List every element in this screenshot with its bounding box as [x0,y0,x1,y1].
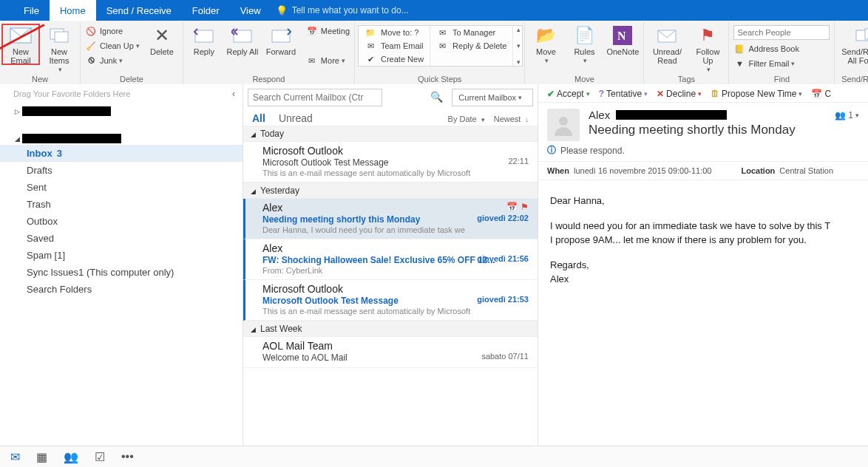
folder-inbox[interactable]: Inbox3 [0,145,243,162]
tab-send-receive[interactable]: Send / Receive [96,0,182,21]
tab-view[interactable]: View [230,0,271,21]
folder-search-folders[interactable]: Search Folders [0,281,243,298]
qs-up-icon[interactable]: ▴ [517,26,521,33]
when-field: Whenlunedì 16 novembre 2015 09:00-11:00 [547,166,712,175]
qs-move-to[interactable]: 📁Move to: ? [365,26,424,39]
account-2[interactable]: ◢ user2@example.one [0,129,243,145]
search-people-input[interactable] [733,25,830,40]
forward-button[interactable]: Forward [262,24,300,56]
delete-icon: ✕ [150,25,174,46]
msg-group-header[interactable]: ◢Yesterday [243,183,538,199]
svg-point-11 [559,117,568,126]
respond-hint: ⓘ Please respond. [538,144,868,161]
move-button[interactable]: 📂 Move▾ [526,24,565,65]
filter-email-button[interactable]: ▼ Filter Email▾ [733,56,830,71]
tab-folder[interactable]: Folder [182,0,230,21]
qs-to-manager[interactable]: ✉To Manager [436,26,506,39]
follow-up-button[interactable]: ⚑ Follow Up▾ [688,24,727,74]
search-mailbox-input[interactable] [248,89,382,106]
favorites-hint: Drag Your Favorite Folders Here ‹ [0,86,243,102]
filter-all-tab[interactable]: All [252,112,265,124]
tab-home[interactable]: Home [50,0,96,21]
decline-button[interactable]: ✕Decline▾ [657,89,702,99]
group-send-receive: Send/Receive All Folders Send/Receive [835,22,868,86]
group-new: New Email New Items▾ New [0,22,81,86]
address-book-icon: 📒 [733,43,745,55]
calendar-icon: 📅 [506,202,518,212]
svg-rect-3 [195,30,213,42]
ignore-button[interactable]: 🚫 Ignore [85,24,140,38]
qs-more-icon[interactable]: ▾ [517,58,521,66]
tab-file[interactable]: File [13,0,50,21]
folder-drafts[interactable]: Drafts [0,162,243,179]
nav-calendar-icon[interactable]: ▦ [36,450,47,464]
folder-spam-1-[interactable]: Spam [1] [0,247,243,264]
rules-button[interactable]: 📄 Rules▾ [565,24,603,65]
junk-button[interactable]: 🛇 Junk▾ [85,53,140,68]
cleanup-button[interactable]: 🧹 Clean Up▾ [85,38,140,53]
nav-mail-icon[interactable]: ✉ [10,450,20,464]
folder-sent[interactable]: Sent [0,179,243,196]
msg-group-header[interactable]: ◢Today [243,126,538,142]
sort-by-dropdown[interactable]: By Date ▾ [448,115,485,123]
account-1[interactable]: ▷ user1@example.one [0,102,243,117]
meeting-button[interactable]: 📅 Meeting [306,24,350,38]
reply-all-button[interactable]: Reply All [223,24,262,56]
people-count[interactable]: 👥 1▾ [835,110,859,120]
message-item[interactable]: Microsoft OutlookMicrosoft Outlook Test … [243,142,538,183]
more-respond-button[interactable]: ✉ More▾ [306,53,350,68]
nav-more-icon[interactable]: ••• [121,450,134,463]
search-icon[interactable]: 🔍 [430,91,443,103]
tentative-button[interactable]: ?Tentative▾ [599,89,648,99]
send-receive-all-button[interactable]: Send/Receive All Folders [836,24,868,65]
message-list-pane: 🔍 Current Mailbox▾ All Unread By Date ▾ … [243,84,538,446]
svg-rect-2 [55,32,68,42]
search-scope-dropdown[interactable]: Current Mailbox▾ [452,89,533,106]
reading-subject: Needing meeting shortly this Monday [589,123,859,137]
group-find: 📒 Address Book ▼ Filter Email▾ Find [729,22,835,86]
message-item[interactable]: AOL Mail TeamWelcome to AOL Mailsabato 0… [243,337,538,368]
nav-tasks-icon[interactable]: ☑ [95,450,105,464]
folder-saved[interactable]: Saved [0,230,243,247]
folder-sync-issues1-this-computer-only-[interactable]: Sync Issues1 (This computer only) [0,264,243,281]
junk-icon: 🛇 [85,55,97,67]
message-item[interactable]: 📅⚑AlexNeeding meeting shortly this Monda… [243,199,538,239]
sort-order-dropdown[interactable]: Newest ↓ [494,115,529,123]
svg-rect-10 [865,29,868,39]
calendar-shortcut-button[interactable]: 📅C [811,89,831,99]
message-item[interactable]: AlexFW: Shocking Halloween Sale! Exclusi… [243,239,538,280]
propose-time-button[interactable]: 🗓Propose New Time▾ [711,89,802,99]
svg-rect-4 [234,30,251,42]
folder-trash[interactable]: Trash [0,196,243,213]
folder-outbox[interactable]: Outbox [0,213,243,230]
nav-people-icon[interactable]: 👥 [64,450,78,464]
folder-pane: Drag Your Favorite Folders Here ‹ ▷ user… [0,84,243,446]
menu-bar: File Home Send / Receive Folder View 💡 T… [0,0,868,21]
onenote-icon: N [611,25,634,46]
expand-icon: ▷ [15,108,22,115]
filter-unread-tab[interactable]: Unread [279,112,313,124]
new-items-button[interactable]: New Items▾ [40,24,78,74]
quick-steps-gallery[interactable]: 📁Move to: ? ✉Team Email ✔Create New ✉To … [358,25,523,67]
accept-button[interactable]: ✔Accept▾ [547,89,590,99]
reply-button[interactable]: Reply [185,24,223,56]
flag-icon: ⚑ [696,25,719,46]
onenote-button[interactable]: N OneNote [603,24,642,56]
send-receive-icon [855,25,868,46]
delete-button[interactable]: ✕ Delete [143,24,181,56]
unread-icon [655,25,679,46]
group-respond: Reply Reply All Forward 📅 Meeting ✉ [183,22,355,86]
qs-create-new[interactable]: ✔Create New [365,52,424,66]
tell-me[interactable]: 💡 Tell me what you want to do... [276,0,409,21]
qs-down-icon[interactable]: ▾ [517,42,521,50]
account-1-label: user1@example.one [22,106,111,116]
msg-group-header[interactable]: ◢Last Week [243,321,538,337]
collapse-favorites-icon[interactable]: ‹ [232,89,235,99]
qs-team-email[interactable]: ✉Team Email [365,39,424,52]
message-item[interactable]: Microsoft OutlookMicrosoft Outlook Test … [243,280,538,321]
rules-icon: 📄 [572,25,596,46]
qs-reply-delete[interactable]: ✉Reply & Delete [436,39,506,52]
svg-text:N: N [617,30,626,42]
unread-read-button[interactable]: Unread/ Read [645,24,688,65]
address-book-button[interactable]: 📒 Address Book [733,41,830,56]
